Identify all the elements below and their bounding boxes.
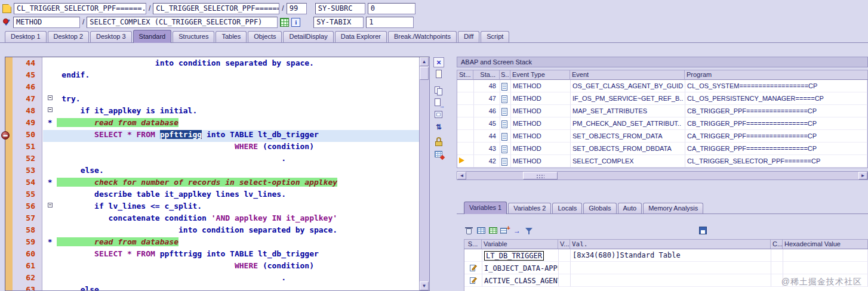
variables-column-header[interactable]: V...	[558, 239, 570, 249]
tab-script[interactable]: Script	[481, 31, 509, 42]
stack-horizontal-scrollbar[interactable]	[457, 171, 868, 180]
line-number[interactable]: 61	[13, 261, 42, 273]
display-as-table-icon[interactable]	[476, 225, 487, 236]
change-value-icon[interactable]	[470, 264, 477, 272]
line-number[interactable]: 54	[13, 178, 42, 190]
variables-column-header[interactable]: Val.	[570, 239, 771, 249]
code-line[interactable]: .	[43, 154, 420, 166]
sy-subrc-value[interactable]: 0	[368, 3, 415, 14]
sy-tabix-field[interactable]: SY-TABIX	[313, 17, 364, 28]
tab-data-explorer[interactable]: Data Explorer	[335, 31, 387, 42]
line-number[interactable]: 47	[13, 94, 42, 106]
scrollbar-thumb[interactable]	[420, 67, 429, 80]
line-number[interactable]: 59	[13, 237, 42, 249]
tab-auto[interactable]: Auto	[618, 203, 642, 213]
tab-structures[interactable]: Structures	[173, 31, 214, 42]
line-number[interactable]: 44	[13, 58, 42, 70]
change-value-icon[interactable]	[470, 277, 477, 284]
scrollbar-thumb[interactable]	[523, 172, 558, 179]
tab-locals[interactable]: Locals	[552, 203, 582, 213]
tab-tables[interactable]: Tables	[216, 31, 247, 42]
line-number[interactable]: 51	[13, 142, 42, 154]
code-line[interactable]: SELECT * FROM ppfttrigg into TABLE lt_db…	[43, 249, 420, 261]
code-line[interactable]: if lv_lines <= c_split.	[43, 202, 420, 213]
code-line[interactable]: describe table it_applkey lines lv_lines…	[43, 190, 420, 202]
event-name-field[interactable]: SELECT_COMPLEX (CL_TRIGGER_SELECTOR_PPF)	[87, 17, 278, 28]
stack-column-header[interactable]: Event	[570, 70, 685, 80]
stack-column-header[interactable]: Program	[685, 70, 868, 80]
filter-icon[interactable]	[524, 225, 534, 236]
code-line[interactable]: endif.	[43, 70, 420, 82]
code-line[interactable]: into condition separated by space.	[43, 58, 420, 70]
insert-variable-icon[interactable]	[500, 225, 510, 236]
line-number[interactable]: 50	[13, 130, 42, 142]
change-layout-icon[interactable]	[488, 225, 498, 236]
main-program-field[interactable]: CL_TRIGGER_SELECTOR_PPF======...	[14, 3, 146, 14]
code-area[interactable]: into condition separated by space. endif…	[43, 57, 420, 290]
line-number[interactable]: 45	[13, 70, 42, 82]
code-line[interactable]: * read from database	[43, 118, 420, 130]
line-number[interactable]: 53	[13, 166, 42, 178]
tab-variables-2[interactable]: Variables 2	[508, 203, 551, 213]
new-tool-icon[interactable]	[433, 69, 444, 79]
stack-column-header[interactable]: Sta...	[473, 70, 500, 80]
variable-name-cell[interactable]: ACTIVE_CLASS_AGENT	[482, 274, 559, 287]
code-line[interactable]	[43, 82, 420, 94]
code-line[interactable]: concatenate condition 'AND applkey IN it…	[43, 213, 420, 225]
line-number[interactable]: 49	[13, 118, 42, 130]
line-number[interactable]: 55	[13, 190, 42, 202]
variables-column-header[interactable]: Hexadecimal Value	[783, 239, 868, 249]
variable-name-cell[interactable]: I_OBJECT_DATA-APPL_..	[482, 262, 559, 274]
display-source-icon[interactable]	[280, 18, 289, 27]
stack-column-header[interactable]: S..	[500, 70, 510, 80]
editor-vertical-scrollbar[interactable]	[419, 57, 429, 290]
variables-column-header[interactable]: C...	[771, 239, 783, 249]
tab-desktop-3[interactable]: Desktop 3	[90, 31, 132, 42]
lock-tool-icon[interactable]	[433, 137, 444, 147]
tab-diff[interactable]: Diff	[458, 31, 479, 42]
code-line[interactable]: else.	[43, 285, 420, 290]
code-line[interactable]: if it_applkey is initial.	[43, 106, 420, 118]
tab-globals[interactable]: Globals	[583, 203, 616, 213]
copy-tool-icon[interactable]	[433, 86, 444, 96]
variable-row[interactable]: I_OBJECT_DATA-APPL_..	[464, 262, 868, 274]
event-type-field[interactable]: METHOD	[13, 17, 80, 28]
scroll-up-icon[interactable]	[420, 57, 429, 66]
sy-subrc-field[interactable]: SY-SUBRC	[315, 3, 365, 14]
code-line[interactable]: .	[43, 273, 420, 285]
info-icon[interactable]	[291, 18, 300, 27]
delete-variable-icon[interactable]	[464, 225, 475, 236]
variable-row[interactable]: LT_DB_TRIGGER[8x34(680)]Standard Table	[464, 249, 868, 262]
code-line[interactable]: * read from database	[43, 237, 420, 249]
tab-detaildisplay[interactable]: DetailDisplay	[283, 31, 333, 42]
line-number[interactable]: 52	[13, 154, 42, 166]
close-tool-icon[interactable]: ×	[433, 57, 444, 67]
tool-services-icon[interactable]	[433, 149, 444, 159]
scroll-left-icon[interactable]	[457, 172, 466, 179]
maximize-tool-icon[interactable]	[433, 110, 444, 120]
scroll-down-icon[interactable]	[420, 281, 429, 290]
line-number[interactable]: 63	[13, 285, 42, 290]
tab-break-watchpoints[interactable]: Break./Watchpoints	[388, 31, 457, 42]
tab-desktop-1[interactable]: Desktop 1	[5, 31, 47, 42]
code-line[interactable]: try.	[43, 94, 420, 106]
include-field[interactable]: CL_TRIGGER_SELECTOR_PPF======...	[153, 3, 279, 14]
jump-to-icon[interactable]: →	[512, 225, 522, 236]
code-line[interactable]: WHERE (condition)	[43, 142, 420, 154]
line-number[interactable]: 60	[13, 249, 42, 261]
line-number[interactable]: 56	[13, 202, 42, 213]
variables-column-header[interactable]: Variable	[482, 239, 558, 249]
stack-row[interactable]: 46METHODMAP_SET_ATTRIBUTESCB_TRIGGER_PPF…	[457, 105, 867, 117]
code-line[interactable]: into condition separated by space.	[43, 225, 420, 237]
tab-standard[interactable]: Standard	[133, 30, 172, 43]
tab-objects[interactable]: Objects	[248, 31, 282, 42]
breakpoint-icon[interactable]	[1, 131, 10, 140]
fold-icon[interactable]	[48, 202, 53, 209]
code-line[interactable]: SELECT * FROM ppfttrigg into TABLE lt_db…	[43, 130, 420, 142]
stack-row[interactable]: 42METHODSELECT_COMPLEXCL_TRIGGER_SELECTO…	[457, 155, 867, 168]
line-number[interactable]: 57	[13, 213, 42, 225]
code-line[interactable]: WHERE (condition)	[43, 261, 420, 273]
tab-variables-1[interactable]: Variables 1	[464, 202, 507, 214]
variable-name-cell[interactable]: LT_DB_TRIGGER	[482, 249, 559, 262]
code-line[interactable]: * check for number of records in select-…	[43, 178, 420, 190]
